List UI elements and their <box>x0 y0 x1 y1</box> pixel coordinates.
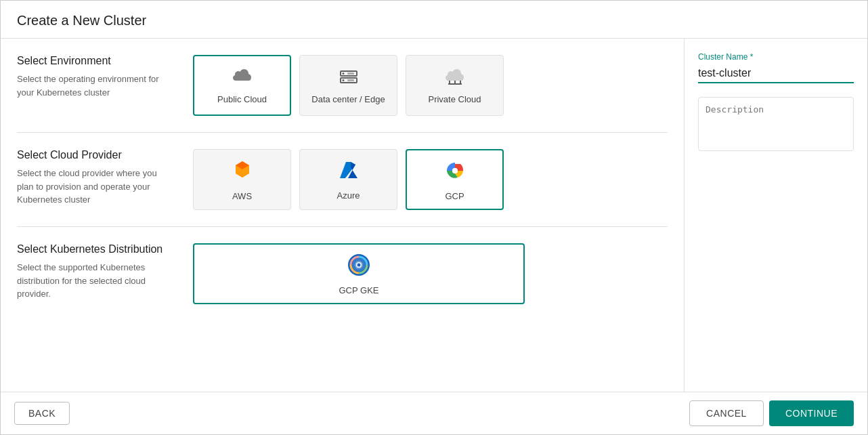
public-cloud-label: Public Cloud <box>217 94 267 104</box>
option-private-cloud[interactable]: Private Cloud <box>406 55 504 116</box>
k8s-distribution-info: Select Kubernetes Distribution Select th… <box>17 243 166 301</box>
environment-options: Public Cloud <box>193 55 668 116</box>
public-cloud-icon <box>232 67 253 89</box>
gcp-gke-icon <box>347 253 371 280</box>
svg-rect-5 <box>347 79 354 81</box>
option-datacenter-edge[interactable]: Data center / Edge <box>299 55 397 116</box>
dialog-body: Select Environment Select the operating … <box>1 39 867 392</box>
azure-label: Azure <box>337 190 360 201</box>
datacenter-edge-label: Data center / Edge <box>311 94 385 104</box>
private-cloud-label: Private Cloud <box>428 94 481 104</box>
aws-label: AWS <box>232 191 252 201</box>
gcp-gke-label: GCP GKE <box>339 285 378 295</box>
cloud-provider-section: Select Cloud Provider Select the cloud p… <box>17 149 668 227</box>
cloud-provider-info: Select Cloud Provider Select the cloud p… <box>17 149 166 207</box>
create-cluster-dialog: Create a New Cluster Select Environment … <box>0 0 868 435</box>
dialog-title: Create a New Cluster <box>17 13 851 28</box>
dialog-header: Create a New Cluster <box>1 1 867 39</box>
environment-info: Select Environment Select the operating … <box>17 55 166 99</box>
option-gcp-gke[interactable]: GCP GKE <box>193 243 525 304</box>
gcp-icon <box>443 159 467 186</box>
cloud-provider-options: AWS Azure <box>193 149 668 210</box>
dialog-footer: BACK CANCEL CONTINUE <box>1 392 867 434</box>
svg-point-2 <box>342 72 344 75</box>
cancel-button[interactable]: CANCEL <box>689 400 764 426</box>
aws-icon <box>230 159 255 186</box>
datacenter-edge-icon <box>338 67 360 89</box>
k8s-distribution-title: Select Kubernetes Distribution <box>17 243 166 255</box>
k8s-distribution-options: GCP GKE <box>193 243 668 304</box>
description-textarea[interactable] <box>698 97 854 151</box>
k8s-distribution-section: Select Kubernetes Distribution Select th… <box>17 243 668 320</box>
azure-icon <box>337 159 360 185</box>
option-gcp[interactable]: GCP <box>406 149 504 210</box>
environment-desc: Select the operating environment for you… <box>17 72 166 99</box>
option-public-cloud[interactable]: Public Cloud <box>193 55 291 116</box>
cluster-name-input[interactable] <box>698 64 854 83</box>
back-button[interactable]: BACK <box>14 402 70 425</box>
continue-button[interactable]: CONTINUE <box>769 400 854 426</box>
environment-section: Select Environment Select the operating … <box>17 55 668 133</box>
footer-right-buttons: CANCEL CONTINUE <box>689 400 854 426</box>
sidebar: Cluster Name * <box>685 39 867 392</box>
gcp-label: GCP <box>445 191 464 201</box>
svg-point-12 <box>452 168 458 173</box>
cloud-provider-desc: Select the cloud provider where you plan… <box>17 167 166 207</box>
svg-point-17 <box>357 263 361 266</box>
option-azure[interactable]: Azure <box>299 149 397 210</box>
option-aws[interactable]: AWS <box>193 149 291 210</box>
svg-point-3 <box>342 79 344 81</box>
environment-title: Select Environment <box>17 55 166 67</box>
cluster-name-label: Cluster Name * <box>698 52 854 62</box>
private-cloud-icon <box>444 67 466 89</box>
k8s-distribution-desc: Select the supported Kubernetes distribu… <box>17 261 166 301</box>
svg-rect-4 <box>347 72 354 75</box>
main-content: Select Environment Select the operating … <box>1 39 685 392</box>
cloud-provider-title: Select Cloud Provider <box>17 149 166 161</box>
